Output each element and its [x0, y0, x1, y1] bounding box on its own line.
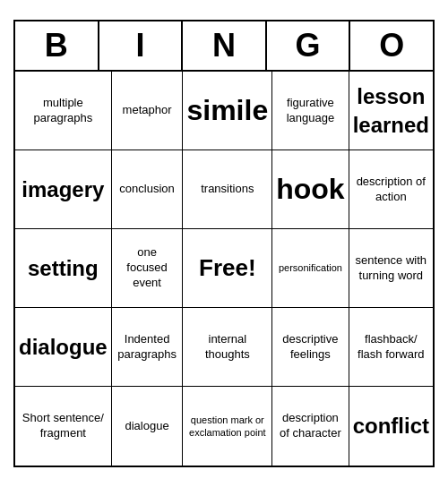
bingo-cell-19: flashback/ flash forward: [349, 308, 433, 387]
bingo-cell-text-24: conflict: [353, 412, 429, 440]
bingo-cell-text-0: multiple paragraphs: [19, 96, 108, 126]
bingo-cell-0: multiple paragraphs: [15, 72, 112, 150]
bingo-cell-16: Indented paragraphs: [112, 308, 184, 387]
bingo-grid: multiple paragraphsmetaphorsimilefigurat…: [15, 72, 433, 466]
bingo-cell-text-6: conclusion: [119, 182, 174, 197]
bingo-cell-7: transitions: [183, 150, 272, 229]
bingo-cell-2: simile: [183, 72, 272, 150]
bingo-cell-text-13: personification: [279, 261, 342, 274]
header-letter-i: I: [99, 21, 184, 70]
bingo-cell-10: setting: [15, 229, 112, 308]
bingo-cell-1: metaphor: [112, 72, 184, 150]
bingo-cell-text-1: metaphor: [123, 103, 172, 118]
bingo-cell-text-16: Indented paragraphs: [116, 332, 179, 363]
bingo-cell-18: descriptive feelings: [272, 308, 349, 387]
bingo-card: BINGO multiple paragraphsmetaphorsimilef…: [13, 20, 435, 467]
bingo-cell-text-21: dialogue: [125, 419, 168, 434]
bingo-cell-text-17: internal thoughts: [186, 332, 268, 363]
bingo-cell-text-18: descriptive feelings: [276, 332, 344, 363]
bingo-cell-text-4: lesson learned: [353, 82, 429, 138]
bingo-cell-text-2: simile: [186, 92, 268, 130]
bingo-cell-22: question mark or exclamation point: [183, 387, 272, 466]
bingo-cell-20: Short sentence/ fragment: [15, 387, 112, 466]
bingo-cell-text-7: transitions: [201, 182, 254, 197]
bingo-cell-15: dialogue: [15, 308, 112, 387]
bingo-cell-text-5: imagery: [22, 175, 104, 203]
bingo-cell-4: lesson learned: [349, 72, 433, 150]
bingo-cell-8: hook: [272, 150, 349, 229]
bingo-cell-text-10: setting: [28, 254, 99, 282]
bingo-cell-3: figurative language: [272, 72, 349, 150]
bingo-cell-text-14: sentence with turning word: [353, 253, 429, 284]
bingo-cell-24: conflict: [349, 387, 433, 466]
bingo-cell-text-11: one focused event: [116, 245, 179, 291]
bingo-cell-text-19: flashback/ flash forward: [353, 332, 429, 363]
bingo-cell-17: internal thoughts: [183, 308, 272, 387]
bingo-cell-text-9: description of action: [353, 175, 429, 205]
bingo-cell-21: dialogue: [112, 387, 184, 466]
bingo-cell-text-12: Free!: [199, 253, 256, 284]
bingo-cell-text-23: description of character: [276, 411, 344, 441]
header-letter-g: G: [267, 21, 351, 70]
bingo-cell-6: conclusion: [112, 150, 184, 229]
bingo-cell-23: description of character: [272, 387, 349, 466]
bingo-cell-12: Free!: [183, 229, 272, 308]
bingo-cell-text-15: dialogue: [19, 333, 108, 361]
header-letter-n: N: [183, 21, 267, 70]
bingo-cell-5: imagery: [15, 150, 112, 229]
bingo-cell-11: one focused event: [112, 229, 184, 308]
bingo-cell-text-20: Short sentence/ fragment: [19, 411, 108, 441]
header-letter-b: B: [15, 21, 99, 70]
bingo-cell-text-8: hook: [276, 171, 344, 209]
bingo-cell-13: personification: [272, 229, 349, 308]
bingo-cell-9: description of action: [349, 150, 433, 229]
bingo-cell-text-22: question mark or exclamation point: [186, 414, 268, 440]
bingo-cell-text-3: figurative language: [276, 96, 344, 126]
header-letter-o: O: [350, 21, 433, 70]
bingo-header: BINGO: [15, 21, 433, 72]
bingo-cell-14: sentence with turning word: [349, 229, 433, 308]
